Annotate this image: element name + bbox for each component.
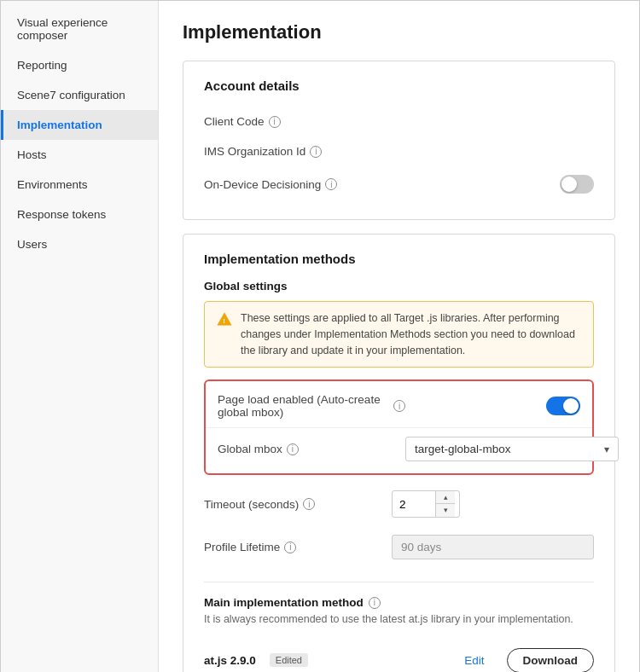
- timeout-number-input[interactable]: ▴ ▾: [392, 490, 460, 518]
- timeout-decrement-button[interactable]: ▾: [436, 504, 455, 517]
- profile-lifetime-value: 90 days: [392, 535, 594, 559]
- main-library-edit-link[interactable]: Edit: [464, 654, 484, 667]
- timeout-input-container: ▴ ▾: [392, 490, 594, 518]
- ims-org-row: IMS Organization Id i: [204, 136, 594, 166]
- client-code-row: Client Code i: [204, 107, 594, 136]
- ims-org-label: IMS Organization Id i: [204, 145, 392, 158]
- main-library-row: at.js 2.9.0 Edited Edit Download: [204, 640, 594, 672]
- client-code-label: Client Code i: [204, 115, 392, 128]
- warning-banner: ! These settings are applied to all Targ…: [204, 301, 594, 368]
- main-library-edited-badge: Edited: [270, 653, 308, 667]
- global-mbox-label: Global mbox i: [218, 443, 405, 455]
- profile-lifetime-label: Profile Lifetime i: [204, 541, 392, 553]
- page-load-toggle[interactable]: [546, 397, 580, 415]
- page-load-row: Page load enabled (Auto-create global mb…: [206, 385, 592, 427]
- main-library-download-button[interactable]: Download: [507, 648, 595, 672]
- account-details-card: Account details Client Code i IMS Organi…: [183, 61, 615, 220]
- sidebar-item-scene7-configuration[interactable]: Scene7 configuration: [1, 80, 158, 110]
- chevron-down-icon: ▾: [604, 443, 609, 455]
- timeout-input-field[interactable]: [393, 493, 435, 516]
- profile-lifetime-value-container: 90 days: [392, 535, 594, 559]
- on-device-label: On-Device Decisioning i: [204, 178, 392, 191]
- main-method-description: It is always recommended to use the late…: [204, 612, 594, 628]
- timeout-increment-button[interactable]: ▴: [436, 491, 455, 504]
- client-code-info-icon[interactable]: i: [269, 116, 281, 128]
- highlight-box: Page load enabled (Auto-create global mb…: [204, 379, 594, 475]
- global-mbox-dropdown[interactable]: target-global-mbox ▾: [405, 437, 619, 461]
- page-load-label: Page load enabled (Auto-create global mb…: [218, 393, 405, 419]
- sidebar-item-users[interactable]: Users: [1, 229, 158, 259]
- on-device-toggle-container: [392, 175, 594, 194]
- on-device-row: On-Device Decisioning i: [204, 166, 594, 202]
- svg-text:!: !: [223, 317, 225, 325]
- page-title: Implementation: [183, 21, 615, 43]
- on-device-toggle-slider: [560, 175, 594, 194]
- main-method-title: Main implementation method: [204, 596, 364, 609]
- global-mbox-row: Global mbox i target-global-mbox ▾: [206, 427, 592, 470]
- warning-text: These settings are applied to all Target…: [241, 310, 581, 358]
- section-divider: [204, 582, 594, 582]
- sidebar-item-hosts[interactable]: Hosts: [1, 140, 158, 170]
- timeout-spinner: ▴ ▾: [435, 491, 455, 517]
- profile-lifetime-info-icon[interactable]: i: [284, 542, 296, 553]
- on-device-info-icon[interactable]: i: [325, 178, 337, 190]
- sidebar-item-implementation[interactable]: Implementation: [1, 110, 158, 140]
- global-mbox-value: target-global-mbox: [415, 443, 511, 455]
- timeout-label: Timeout (seconds) i: [204, 498, 392, 511]
- timeout-info-icon[interactable]: i: [303, 498, 315, 510]
- sidebar-item-reporting[interactable]: Reporting: [1, 50, 158, 80]
- ims-org-info-icon[interactable]: i: [310, 146, 322, 158]
- page-load-info-icon[interactable]: i: [393, 400, 405, 412]
- implementation-methods-card: Implementation methods Global settings !…: [183, 234, 615, 672]
- profile-lifetime-row: Profile Lifetime i 90 days: [204, 526, 594, 568]
- global-mbox-info-icon[interactable]: i: [287, 443, 299, 455]
- main-library-name: at.js 2.9.0: [204, 654, 256, 667]
- timeout-row: Timeout (seconds) i ▴ ▾: [204, 482, 594, 526]
- account-details-title: Account details: [204, 78, 594, 93]
- sidebar-item-response-tokens[interactable]: Response tokens: [1, 200, 158, 229]
- warning-icon: !: [217, 311, 232, 327]
- page-load-toggle-slider: [546, 397, 580, 415]
- sidebar: Visual experience composer Reporting Sce…: [1, 1, 159, 672]
- on-device-toggle[interactable]: [560, 175, 594, 194]
- sidebar-item-environments[interactable]: Environments: [1, 170, 158, 200]
- main-content: Implementation Account details Client Co…: [159, 1, 639, 672]
- global-settings-title: Global settings: [204, 280, 594, 293]
- implementation-methods-title: Implementation methods: [204, 252, 594, 266]
- main-implementation-section: Main implementation method i It is alway…: [204, 596, 594, 672]
- sidebar-item-visual-experience-composer[interactable]: Visual experience composer: [1, 8, 158, 50]
- main-method-info-icon[interactable]: i: [369, 597, 381, 609]
